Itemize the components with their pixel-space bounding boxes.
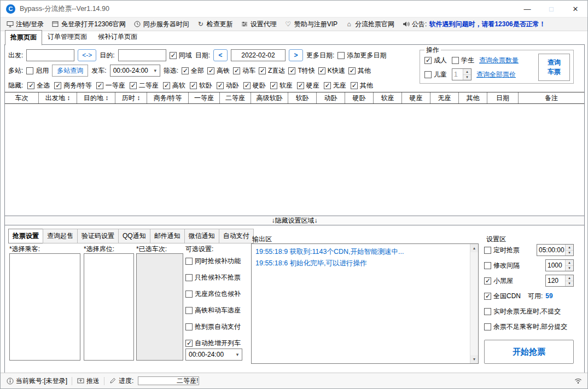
column-header[interactable]: 商务/特等 bbox=[147, 92, 189, 103]
train-type-checkbox[interactable]: 动车 bbox=[233, 66, 255, 76]
hide-settings-splitter[interactable]: ↓隐藏设置区域↓ bbox=[4, 216, 585, 225]
output-scrollbar[interactable]: ▴ ▾ bbox=[470, 244, 478, 363]
hide-seat-checkbox[interactable]: 一等座 bbox=[96, 81, 125, 90]
sponsor-vip-button[interactable]: ♡ 赞助与注册VIP bbox=[284, 20, 337, 29]
settings-tab[interactable]: 自动支付 bbox=[219, 229, 254, 243]
hide-seat-checkbox[interactable]: 硬卧 bbox=[243, 81, 266, 90]
date-prev-button[interactable]: < bbox=[213, 49, 228, 61]
date-value[interactable]: 2022-02-02 bbox=[231, 49, 286, 61]
query-remaining-link[interactable]: 查询余票数量 bbox=[479, 56, 519, 65]
start-grab-button[interactable]: 开始抢票 bbox=[484, 340, 574, 364]
column-header[interactable]: 出发地 ↕ bbox=[39, 92, 77, 103]
column-header[interactable]: 软卧 bbox=[288, 92, 317, 103]
passenger-list[interactable] bbox=[9, 253, 80, 361]
no-seat-checkbox[interactable]: 实时余票无座时,不提交 bbox=[484, 307, 561, 316]
hide-seat-checkbox[interactable]: 软卧 bbox=[190, 81, 212, 90]
timed-grab-spinner[interactable]: 05:00:00 ▴▾ bbox=[537, 244, 574, 256]
child-checkbox[interactable]: 儿童 bbox=[424, 70, 447, 79]
spinner-up-icon[interactable]: ▴ bbox=[566, 260, 573, 266]
column-header[interactable]: 无座 bbox=[430, 92, 459, 103]
check-update-button[interactable]: ↻ 检查更新 bbox=[197, 20, 233, 29]
spinner-down-icon[interactable]: ▾ bbox=[566, 281, 573, 287]
column-header[interactable]: 日期 bbox=[487, 92, 519, 103]
blackroom-spinner[interactable]: 120 ▴▾ bbox=[545, 275, 574, 287]
partial-submit-checkbox[interactable]: 余票不足乘客时,部分提交 bbox=[484, 322, 567, 332]
optional-checkbox[interactable]: 抢到票自动支付 bbox=[185, 322, 247, 332]
login-logout-button[interactable]: 注销/登录 bbox=[6, 20, 44, 29]
hide-seat-checkbox[interactable]: 动卧 bbox=[217, 81, 239, 90]
column-header[interactable]: 高级软卧 bbox=[251, 92, 288, 103]
column-header[interactable]: 备注 bbox=[519, 92, 584, 103]
spinner-down-icon[interactable]: ▾ bbox=[566, 266, 573, 271]
student-checkbox[interactable]: 学生 bbox=[452, 56, 474, 65]
query-all-prices-link[interactable]: 查询全部票价 bbox=[476, 70, 516, 79]
hide-seat-checkbox[interactable]: 商务/特等 bbox=[54, 81, 91, 90]
official-site-button[interactable]: ⌂ 分流抢票官网 bbox=[345, 20, 394, 29]
seat-list[interactable] bbox=[84, 253, 134, 361]
hide-seat-checkbox[interactable]: 全选 bbox=[27, 81, 50, 90]
train-type-checkbox[interactable]: 高铁 bbox=[207, 66, 230, 76]
optional-checkbox[interactable]: 无座席位也候补 bbox=[185, 289, 247, 299]
column-header[interactable]: 历时 ↕ bbox=[115, 92, 147, 103]
depart-time-select[interactable]: 00:00-24:00 ▾ bbox=[110, 65, 160, 77]
column-header[interactable]: 目的地 ↕ bbox=[77, 92, 115, 103]
train-type-checkbox[interactable]: T特快 bbox=[288, 66, 315, 76]
settings-tab[interactable]: 抢票设置 bbox=[8, 229, 43, 243]
column-header[interactable]: 软座 bbox=[374, 92, 402, 103]
cdn-checkbox[interactable]: 全国CDN bbox=[484, 292, 521, 301]
column-header[interactable]: 动卧 bbox=[317, 92, 345, 103]
column-header[interactable]: 硬卧 bbox=[345, 92, 374, 103]
to-input[interactable] bbox=[118, 49, 166, 61]
add-more-dates-checkbox[interactable]: 添加更多日期 bbox=[337, 51, 386, 60]
main-tab[interactable]: 订单管理页面 bbox=[42, 30, 92, 45]
maximize-button[interactable]: □ bbox=[539, 1, 563, 17]
minimize-button[interactable]: — bbox=[515, 1, 539, 17]
settings-tab[interactable]: 邮件通知 bbox=[150, 229, 185, 243]
optional-checkbox[interactable]: 只抢候补不抢票 bbox=[185, 273, 247, 282]
spinner-down-icon[interactable]: ▾ bbox=[566, 251, 573, 256]
column-header[interactable]: 车次 bbox=[5, 92, 39, 103]
settings-tab[interactable]: 微信通知 bbox=[184, 229, 219, 243]
spinner-down-icon[interactable]: ▾ bbox=[463, 75, 471, 80]
interval-checkbox[interactable]: 修改间隔 bbox=[484, 261, 520, 270]
hide-seat-checkbox[interactable]: 其他 bbox=[351, 81, 373, 90]
adult-checkbox[interactable]: 成人 bbox=[424, 56, 447, 65]
spinner-up-icon[interactable]: ▴ bbox=[463, 69, 471, 75]
child-count-spinner[interactable]: 1 ▴▾ bbox=[452, 68, 471, 80]
open-12306-button[interactable]: 免登录打开12306官网 bbox=[51, 20, 125, 29]
column-header[interactable]: 一等座 bbox=[189, 92, 220, 103]
from-input[interactable] bbox=[26, 49, 74, 61]
hide-seat-checkbox[interactable]: 高软 bbox=[163, 81, 185, 90]
column-header[interactable]: 其他 bbox=[459, 92, 487, 103]
hide-seat-checkbox[interactable]: 软座 bbox=[270, 81, 293, 90]
settings-tab[interactable]: 查询起售 bbox=[43, 229, 78, 243]
timed-grab-checkbox[interactable]: 定时抢票 bbox=[484, 246, 520, 255]
settings-tab[interactable]: 验证码设置 bbox=[77, 229, 119, 243]
hide-seat-checkbox[interactable]: 无座 bbox=[324, 81, 346, 90]
main-tab[interactable]: 候补订单页面 bbox=[92, 30, 143, 45]
swap-stations-button[interactable]: <-> bbox=[78, 49, 96, 61]
interval-spinner[interactable]: 1000 ▴▾ bbox=[545, 259, 574, 271]
train-type-checkbox[interactable]: 其他 bbox=[348, 66, 371, 76]
settings-tab[interactable]: QQ通知 bbox=[118, 229, 150, 243]
scroll-up-icon[interactable]: ▴ bbox=[470, 244, 478, 252]
set-proxy-button[interactable]: 设置代理 bbox=[241, 20, 277, 29]
same-region-checkbox[interactable]: 同域 bbox=[170, 51, 192, 60]
train-type-checkbox[interactable]: Z直达 bbox=[259, 66, 285, 76]
push-toggle[interactable]: 推送 bbox=[77, 376, 100, 386]
query-tickets-button[interactable]: 查询 车票 bbox=[538, 54, 570, 81]
close-button[interactable]: ✕ bbox=[563, 1, 587, 17]
spinner-up-icon[interactable]: ▴ bbox=[566, 275, 573, 281]
optional-checkbox[interactable]: 高铁和动车选座 bbox=[185, 306, 247, 315]
hide-seat-checkbox[interactable]: 二等座 bbox=[130, 81, 159, 90]
selected-trains-list[interactable] bbox=[136, 253, 183, 361]
optional-checkbox[interactable]: 自动抢增开列车 bbox=[185, 339, 247, 348]
date-next-button[interactable]: > bbox=[289, 49, 303, 61]
spinner-up-icon[interactable]: ▴ bbox=[566, 245, 573, 251]
multi-query-button[interactable]: 多站查询 bbox=[52, 65, 88, 77]
grab-time-range-select[interactable]: 00:00-24:00 ▾ bbox=[185, 349, 242, 361]
multi-enable-checkbox[interactable]: 启用 bbox=[26, 66, 49, 76]
hide-seat-checkbox[interactable]: 硬座 bbox=[297, 81, 319, 90]
main-tab[interactable]: 抢票页面 bbox=[5, 30, 42, 45]
train-type-checkbox[interactable]: 全部 bbox=[182, 66, 204, 76]
